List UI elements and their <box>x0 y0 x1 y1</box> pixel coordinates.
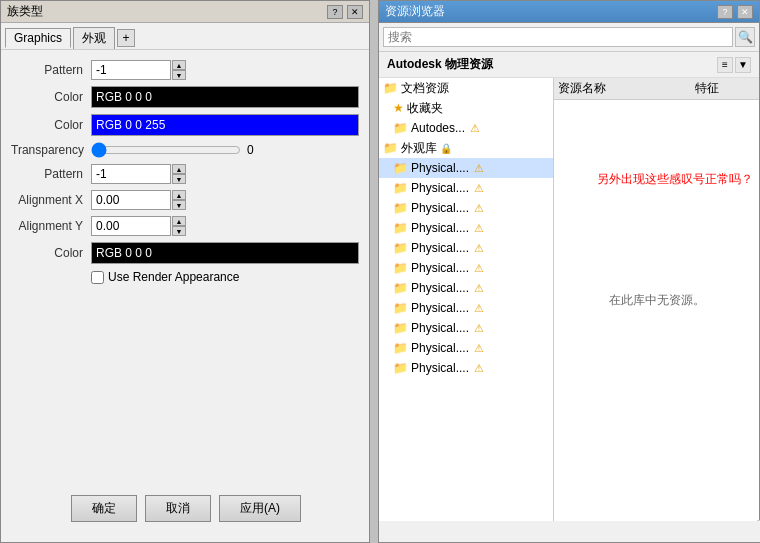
tree-item-physical-6[interactable]: 📁 Physical.... ⚠ <box>379 258 553 278</box>
tree-item-favorites-label: 收藏夹 <box>407 100 443 117</box>
pattern1-arrows: ▲ ▼ <box>172 60 186 80</box>
right-help-icon[interactable]: ? <box>717 5 733 19</box>
aligny-input[interactable] <box>91 216 171 236</box>
render-appearance-row: Use Render Appearance <box>11 270 359 284</box>
pattern2-spinbox: ▲ ▼ <box>91 164 186 184</box>
color1-value: RGB 0 0 0 <box>96 90 152 104</box>
aligny-spinbox: ▲ ▼ <box>91 216 186 236</box>
pattern1-up[interactable]: ▲ <box>172 60 186 70</box>
tree-item-favorites[interactable]: ★ 收藏夹 <box>379 98 553 118</box>
right-panel-titlebar: 资源浏览器 ? ✕ <box>379 1 759 23</box>
tree-item-outlibrary-label: 外观库 <box>401 140 437 157</box>
tree-item-physical-2[interactable]: 📁 Physical.... ⚠ <box>379 178 553 198</box>
list-view-icon[interactable]: ≡ <box>717 57 733 73</box>
aligny-down[interactable]: ▼ <box>172 226 186 236</box>
asset-header-icons: ≡ ▼ <box>717 57 751 73</box>
p9-warn-icon: ⚠ <box>474 322 484 335</box>
folder-p11-icon: 📁 <box>393 361 408 375</box>
ok-button[interactable]: 确定 <box>71 495 137 522</box>
right-panel-title: 资源浏览器 <box>385 3 445 20</box>
search-input[interactable] <box>383 27 733 47</box>
color2-box[interactable]: RGB 0 0 255 <box>91 114 359 136</box>
tree-item-docs[interactable]: 📁 文档资源 <box>379 78 553 98</box>
folder-p5-icon: 📁 <box>393 241 408 255</box>
tree-item-physical-7[interactable]: 📁 Physical.... ⚠ <box>379 278 553 298</box>
alignx-down[interactable]: ▼ <box>172 200 186 210</box>
tab-add-button[interactable]: + <box>117 29 135 47</box>
tree-item-physical-9[interactable]: 📁 Physical.... ⚠ <box>379 318 553 338</box>
aligny-label: Alignment Y <box>11 219 91 233</box>
cancel-button[interactable]: 取消 <box>145 495 211 522</box>
tree-item-physical-3[interactable]: 📁 Physical.... ⚠ <box>379 198 553 218</box>
tab-appearance[interactable]: 外观 <box>73 27 115 49</box>
tree-item-outlibrary[interactable]: 📁 外观库 🔒 <box>379 138 553 158</box>
pattern2-down[interactable]: ▼ <box>172 174 186 184</box>
left-panel-titlebar: 族类型 ? ✕ <box>1 1 369 23</box>
alignx-input[interactable] <box>91 190 171 210</box>
pattern2-input[interactable] <box>91 164 171 184</box>
aligny-arrows: ▲ ▼ <box>172 216 186 236</box>
color3-label: Color <box>11 246 91 260</box>
no-resource-text: 在此库中无资源。 <box>609 291 705 308</box>
tree-item-physical-1-label: Physical.... <box>411 161 469 175</box>
col-feature-header: 特征 <box>695 80 755 97</box>
tree-item-autodesk[interactable]: 📁 Autodes... ⚠ <box>379 118 553 138</box>
pattern1-down[interactable]: ▼ <box>172 70 186 80</box>
tree-item-physical-4[interactable]: 📁 Physical.... ⚠ <box>379 218 553 238</box>
tree-item-physical-2-label: Physical.... <box>411 181 469 195</box>
star-icon: ★ <box>393 101 404 115</box>
pattern1-row: Pattern ▲ ▼ <box>11 60 359 80</box>
pattern1-spinbox: ▲ ▼ <box>91 60 186 80</box>
alignx-up[interactable]: ▲ <box>172 190 186 200</box>
dropdown-arrow-icon[interactable]: ▼ <box>735 57 751 73</box>
pattern2-up[interactable]: ▲ <box>172 164 186 174</box>
tree-panel: 📁 文档资源 ★ 收藏夹 📁 Autodes... ⚠ 📁 外观库 🔒 📁 Ph… <box>379 78 554 521</box>
left-panel-title: 族类型 <box>7 3 43 20</box>
color1-box[interactable]: RGB 0 0 0 <box>91 86 359 108</box>
search-button[interactable]: 🔍 <box>735 27 755 47</box>
aligny-up[interactable]: ▲ <box>172 216 186 226</box>
apply-button[interactable]: 应用(A) <box>219 495 301 522</box>
color3-box[interactable]: RGB 0 0 0 <box>91 242 359 264</box>
transparency-label: Transparency <box>11 143 91 157</box>
help-icon[interactable]: ? <box>327 5 343 19</box>
p8-warn-icon: ⚠ <box>474 302 484 315</box>
resource-layout: 📁 文档资源 ★ 收藏夹 📁 Autodes... ⚠ 📁 外观库 🔒 📁 Ph… <box>379 78 759 521</box>
folder-p4-icon: 📁 <box>393 221 408 235</box>
tree-item-autodesk-label: Autodes... <box>411 121 465 135</box>
color3-value: RGB 0 0 0 <box>96 246 152 260</box>
annotation-text: 另外出现这些感叹号正常吗？ <box>597 171 753 188</box>
tab-graphics[interactable]: Graphics <box>5 28 71 48</box>
tree-item-physical-5[interactable]: 📁 Physical.... ⚠ <box>379 238 553 258</box>
tree-item-physical-10-label: Physical.... <box>411 341 469 355</box>
tree-item-physical-1[interactable]: 📁 Physical.... ⚠ <box>379 158 553 178</box>
color1-label: Color <box>11 90 91 104</box>
right-close-icon[interactable]: ✕ <box>737 5 753 19</box>
folder-p9-icon: 📁 <box>393 321 408 335</box>
asset-header: Autodesk 物理资源 ≡ ▼ <box>379 52 759 78</box>
close-icon[interactable]: ✕ <box>347 5 363 19</box>
pattern1-label: Pattern <box>11 63 91 77</box>
tree-item-physical-6-label: Physical.... <box>411 261 469 275</box>
tree-item-physical-10[interactable]: 📁 Physical.... ⚠ <box>379 338 553 358</box>
pattern2-label: Pattern <box>11 167 91 181</box>
transparency-row: Transparency 0 <box>11 142 359 158</box>
form-content: Pattern ▲ ▼ Color RGB 0 0 0 Color RGB 0 … <box>1 50 369 300</box>
p3-warn-icon: ⚠ <box>474 202 484 215</box>
p11-warn-icon: ⚠ <box>474 362 484 375</box>
p5-warn-icon: ⚠ <box>474 242 484 255</box>
folder-p6-icon: 📁 <box>393 261 408 275</box>
render-appearance-checkbox[interactable] <box>91 271 104 284</box>
transparency-slider[interactable] <box>91 142 241 158</box>
pattern1-input[interactable] <box>91 60 171 80</box>
tree-item-physical-11[interactable]: 📁 Physical.... ⚠ <box>379 358 553 378</box>
titlebar-icons: ? ✕ <box>327 5 363 19</box>
tabs-bar: Graphics 外观 + <box>1 23 369 50</box>
alignx-spinbox: ▲ ▼ <box>91 190 186 210</box>
aligny-row: Alignment Y ▲ ▼ <box>11 216 359 236</box>
folder-out-icon: 📁 <box>383 141 398 155</box>
color1-row: Color RGB 0 0 0 <box>11 86 359 108</box>
left-panel: 族类型 ? ✕ Graphics 外观 + Pattern ▲ ▼ Color <box>0 0 370 543</box>
pattern2-row: Pattern ▲ ▼ <box>11 164 359 184</box>
tree-item-physical-8[interactable]: 📁 Physical.... ⚠ <box>379 298 553 318</box>
